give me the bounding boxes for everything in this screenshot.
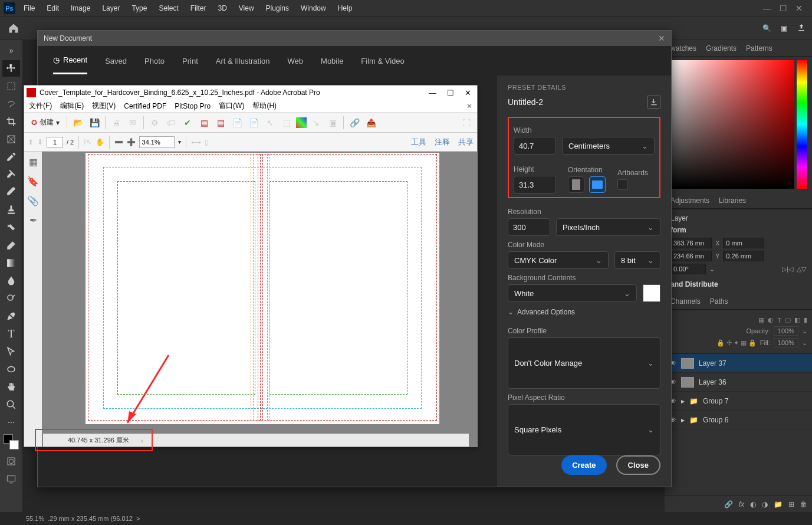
fx-icon[interactable]: fx [739, 500, 744, 508]
ac-menu-view[interactable]: 视图(V) [92, 101, 116, 111]
chevron-down-icon[interactable]: ⌄ [709, 265, 715, 273]
ac-comment-link[interactable]: 注释 [435, 137, 450, 147]
bit-depth-select[interactable]: 8 bit⌄ [614, 251, 660, 269]
mask-icon[interactable]: ◐ [750, 500, 756, 508]
tab-web[interactable]: Web [288, 57, 304, 65]
tab-print[interactable]: Print [182, 57, 198, 65]
menu-image[interactable]: Image [66, 2, 95, 15]
open-icon[interactable]: 📂 [71, 116, 85, 130]
opacity-value[interactable]: 100% [774, 326, 798, 336]
close-button[interactable]: Close [616, 455, 660, 475]
expand-icon[interactable]: ▸ [681, 416, 685, 424]
close-icon[interactable]: ✕ [658, 34, 665, 43]
ac-share-link[interactable]: 共享 [458, 137, 474, 147]
layer-row[interactable]: 👁 ▸ 📁 Group 7 [665, 392, 812, 411]
tab-gradients[interactable]: Gradients [706, 44, 737, 52]
ac-menu-file[interactable]: 文件(F) [29, 101, 52, 111]
win-close[interactable]: ✕ [795, 4, 803, 13]
link-icon[interactable]: 🔗 [724, 500, 733, 508]
check-icon[interactable]: ✔ [180, 116, 195, 130]
expand-icon[interactable]: ▸ [681, 397, 685, 405]
orientation-portrait[interactable] [568, 176, 584, 193]
marquee-tool[interactable] [2, 78, 20, 94]
search-icon[interactable]: 🔍 [762, 24, 771, 32]
color-swatches[interactable] [2, 432, 20, 452]
tab-patterns[interactable]: Patterns [746, 44, 772, 52]
pdf-icon[interactable]: ▤ [197, 116, 211, 130]
fill-value[interactable]: 100% [774, 338, 798, 347]
flip-v-icon[interactable]: △▽ [797, 265, 806, 273]
tab-paths[interactable]: Paths [710, 297, 728, 306]
new-layer-icon[interactable]: ⊞ [788, 500, 794, 508]
gradient-tool[interactable] [2, 255, 20, 271]
tab-adjustments[interactable]: Adjustments [670, 196, 709, 205]
layer-row[interactable]: 👁 Layer 37 [665, 354, 812, 373]
create-button[interactable]: Create [561, 455, 606, 475]
eraser-tool[interactable] [2, 237, 20, 254]
menu-3d[interactable]: 3D [213, 2, 231, 15]
menu-window[interactable]: Window [296, 2, 331, 15]
layer-row[interactable]: 👁 ▸ 📁 Group 6 [665, 411, 812, 429]
screen-mode-icon[interactable] [2, 471, 20, 487]
flip-h-icon[interactable]: ▷|◁ [782, 265, 793, 273]
sig-icon[interactable]: ✒ [29, 215, 37, 226]
email-icon[interactable]: ✉ [126, 116, 140, 130]
zoom-out-icon[interactable]: ➖ [114, 138, 123, 146]
ac-menu-pitstop[interactable]: PitStop Pro [175, 102, 211, 110]
attach-icon[interactable]: 📎 [27, 195, 39, 206]
brush-tool[interactable] [2, 184, 20, 201]
layer-filter-icon[interactable]: ◧ [794, 316, 800, 324]
menu-file[interactable]: File [19, 2, 40, 15]
hue-slider[interactable] [797, 60, 807, 189]
chevron-right-icon[interactable]: > [136, 515, 140, 522]
tag-icon[interactable]: 🏷 [164, 116, 178, 130]
more-icon[interactable]: ⋯ [2, 414, 20, 431]
tab-film[interactable]: Film & Video [361, 57, 404, 65]
path-select-tool[interactable] [2, 343, 20, 360]
menu-type[interactable]: Type [127, 2, 152, 15]
doc-name[interactable]: Untitled-2 [508, 97, 543, 107]
color-profile-select[interactable]: Don't Color Manage⌄ [508, 337, 660, 389]
menu-view[interactable]: View [234, 2, 259, 15]
prop-h-input[interactable] [670, 251, 712, 261]
pointer-icon[interactable]: ↖ [263, 116, 277, 130]
page-input[interactable] [47, 137, 63, 147]
acrobat-canvas[interactable] [42, 152, 477, 447]
dodge-tool[interactable] [2, 290, 20, 307]
layer-filter-icon[interactable]: T [777, 317, 781, 324]
height-input[interactable] [514, 176, 556, 193]
adjust-icon[interactable]: ◑ [762, 500, 768, 508]
heal-tool[interactable] [2, 166, 20, 183]
share-icon[interactable] [797, 23, 806, 34]
win-minimize[interactable]: — [763, 4, 771, 13]
type-tool[interactable]: T [2, 326, 20, 342]
color-mode-select[interactable]: CMYK Color⌄ [508, 251, 609, 269]
group-icon[interactable]: 📁 [774, 500, 783, 508]
orientation-landscape[interactable] [589, 176, 606, 193]
zoom-input[interactable] [139, 136, 175, 148]
stack-icon[interactable]: ▣ [326, 116, 340, 130]
thumbs-icon[interactable]: ▦ [29, 156, 38, 168]
send-icon[interactable]: 📤 [364, 116, 378, 130]
pdf-x-icon[interactable]: ▤ [213, 116, 228, 130]
resolution-unit-select[interactable]: Pixels/Inch⌄ [556, 218, 660, 236]
move-tool[interactable] [2, 60, 20, 77]
layer-filter-icon[interactable]: ◐ [768, 316, 774, 324]
history-brush-tool[interactable] [2, 219, 20, 236]
menu-select[interactable]: Select [154, 2, 183, 15]
layer-filter-icon[interactable]: ▦ [758, 316, 764, 324]
doc-plus-icon[interactable]: 📄 [246, 116, 261, 130]
expand-icon[interactable]: » [2, 42, 20, 59]
zoom-tool[interactable] [2, 396, 20, 413]
ac-max[interactable]: ☐ [447, 88, 454, 97]
ac-menu-certified[interactable]: Certified PDF [124, 102, 166, 110]
prop-y-input[interactable] [723, 251, 764, 261]
color-field[interactable] [669, 60, 794, 189]
unit-select[interactable]: Centimeters⌄ [562, 137, 655, 155]
layer-filter-icon[interactable]: ▢ [785, 316, 791, 324]
layer-filter-toggle[interactable]: ▮ [804, 316, 807, 324]
width-input[interactable] [514, 137, 556, 155]
ac-min[interactable]: — [429, 88, 436, 97]
tab-mobile[interactable]: Mobile [321, 57, 343, 65]
fit-page-icon[interactable]: ▯ [205, 138, 209, 146]
